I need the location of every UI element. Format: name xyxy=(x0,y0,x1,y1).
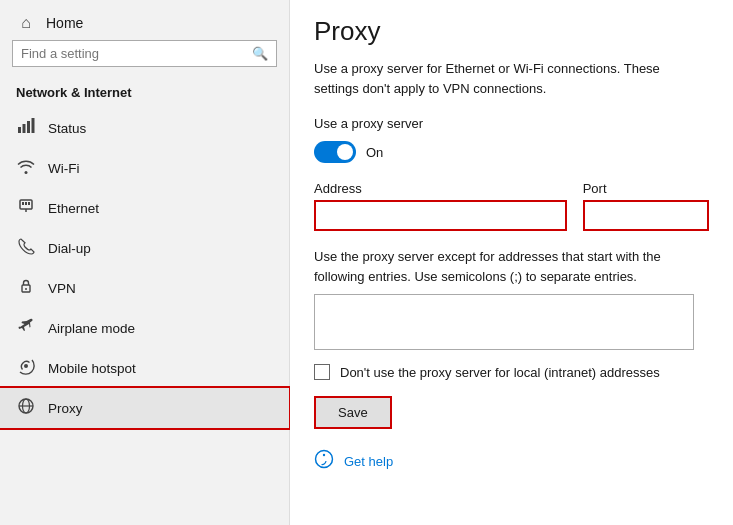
svg-rect-0 xyxy=(18,127,21,133)
proxy-toggle[interactable] xyxy=(314,141,356,163)
dialup-icon xyxy=(16,237,36,259)
svg-point-17 xyxy=(323,454,325,456)
sidebar-item-ethernet-label: Ethernet xyxy=(48,201,99,216)
search-icon: 🔍 xyxy=(252,46,268,61)
vpn-icon xyxy=(16,277,36,299)
sidebar: ⌂ Home 🔍 Network & Internet Status Wi-Fi… xyxy=(0,0,290,525)
toggle-knob xyxy=(337,144,353,160)
home-icon: ⌂ xyxy=(16,14,36,32)
hotspot-icon xyxy=(16,357,36,379)
local-checkbox-row: Don't use the proxy server for local (in… xyxy=(314,364,709,380)
airplane-icon xyxy=(16,317,36,339)
svg-rect-7 xyxy=(25,202,27,205)
svg-rect-2 xyxy=(27,121,30,133)
section-title: Network & Internet xyxy=(0,77,289,108)
ethernet-icon xyxy=(16,197,36,219)
search-input[interactable] xyxy=(21,46,246,61)
address-label: Address xyxy=(314,181,567,196)
home-label: Home xyxy=(46,15,83,31)
get-help-label: Get help xyxy=(344,454,393,469)
svg-rect-6 xyxy=(22,202,24,205)
help-icon xyxy=(314,449,334,474)
toggle-row: On xyxy=(314,141,709,163)
toggle-state-label: On xyxy=(366,145,383,160)
address-field-group: Address xyxy=(314,181,567,231)
page-title: Proxy xyxy=(314,16,709,47)
status-icon xyxy=(16,117,36,139)
address-input[interactable] xyxy=(314,200,567,231)
svg-point-11 xyxy=(24,364,28,368)
use-proxy-label: Use a proxy server xyxy=(314,116,709,131)
local-checkbox[interactable] xyxy=(314,364,330,380)
address-port-row: Address Port xyxy=(314,181,709,231)
sidebar-item-airplane-label: Airplane mode xyxy=(48,321,135,336)
search-box[interactable]: 🔍 xyxy=(12,40,277,67)
proxy-description: Use a proxy server for Ethernet or Wi-Fi… xyxy=(314,59,694,98)
svg-point-16 xyxy=(316,451,333,468)
sidebar-item-hotspot[interactable]: Mobile hotspot xyxy=(0,348,289,388)
proxy-icon xyxy=(16,397,36,419)
sidebar-item-ethernet[interactable]: Ethernet xyxy=(0,188,289,228)
port-field-group: Port xyxy=(583,181,709,231)
svg-rect-1 xyxy=(23,124,26,133)
svg-point-10 xyxy=(25,288,27,290)
sidebar-item-wifi[interactable]: Wi-Fi xyxy=(0,148,289,188)
sidebar-item-proxy[interactable]: Proxy xyxy=(0,388,289,428)
sidebar-item-dialup-label: Dial-up xyxy=(48,241,91,256)
svg-rect-3 xyxy=(32,118,35,133)
exceptions-description: Use the proxy server except for addresse… xyxy=(314,247,694,286)
sidebar-item-wifi-label: Wi-Fi xyxy=(48,161,79,176)
sidebar-item-vpn[interactable]: VPN xyxy=(0,268,289,308)
local-checkbox-label: Don't use the proxy server for local (in… xyxy=(340,365,660,380)
sidebar-item-status[interactable]: Status xyxy=(0,108,289,148)
sidebar-item-proxy-label: Proxy xyxy=(48,401,83,416)
home-nav-item[interactable]: ⌂ Home xyxy=(0,0,289,40)
get-help-row[interactable]: Get help xyxy=(314,449,709,474)
main-content: Proxy Use a proxy server for Ethernet or… xyxy=(290,0,733,525)
sidebar-item-vpn-label: VPN xyxy=(48,281,76,296)
sidebar-item-hotspot-label: Mobile hotspot xyxy=(48,361,136,376)
sidebar-item-dialup[interactable]: Dial-up xyxy=(0,228,289,268)
wifi-icon xyxy=(16,157,36,179)
svg-rect-8 xyxy=(28,202,30,205)
sidebar-item-status-label: Status xyxy=(48,121,86,136)
port-input[interactable] xyxy=(583,200,709,231)
exceptions-input[interactable] xyxy=(314,294,694,350)
save-button[interactable]: Save xyxy=(314,396,392,429)
sidebar-item-airplane[interactable]: Airplane mode xyxy=(0,308,289,348)
port-label: Port xyxy=(583,181,709,196)
